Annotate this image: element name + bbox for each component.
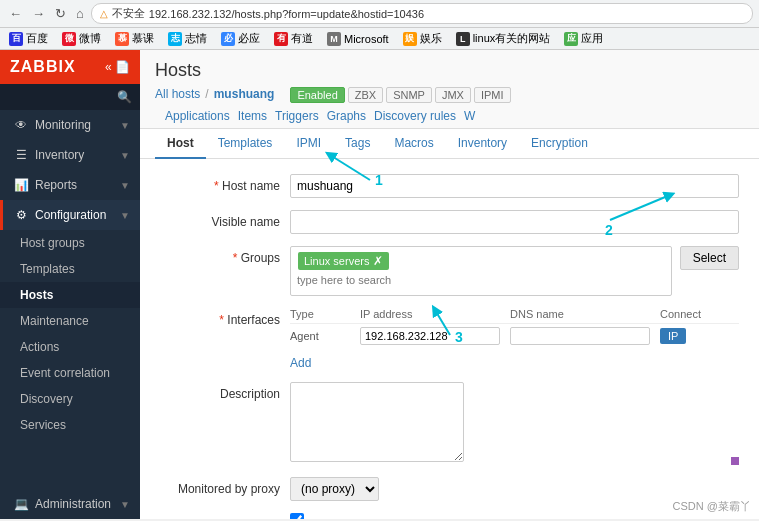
yule-icon: 娱 [403, 32, 417, 46]
proxy-select[interactable]: (no proxy) [290, 477, 379, 501]
sidebar-subitem-host-groups[interactable]: Host groups [0, 230, 140, 256]
status-tab-ipmi[interactable]: IPMI [474, 87, 511, 103]
top-tab-items[interactable]: Items [238, 109, 267, 123]
youdao-icon: 有 [274, 32, 288, 46]
breadcrumb-all-hosts[interactable]: All hosts [155, 87, 200, 101]
sidebar-subitem-actions[interactable]: Actions [0, 334, 140, 360]
top-tab-discovery-rules[interactable]: Discovery rules [374, 109, 456, 123]
add-interface-link[interactable]: Add [290, 356, 311, 370]
sidebar-subitem-services[interactable]: Services [0, 412, 140, 438]
visible-name-label: Visible name [160, 210, 280, 229]
groups-input-wrapper[interactable]: Linux servers ✗ [290, 246, 672, 296]
tab-tags[interactable]: Tags [333, 129, 382, 159]
visible-name-input[interactable] [290, 210, 739, 234]
url-text: 192.168.232.132/hosts.php?form=update&ho… [149, 8, 424, 20]
interface-ip-input[interactable] [360, 327, 500, 345]
select-button[interactable]: Select [680, 246, 739, 270]
sidebar-item-label: Configuration [35, 208, 120, 222]
bookmark-weibo[interactable]: 微 微博 [59, 30, 104, 47]
top-tab-triggers[interactable]: Triggers [275, 109, 319, 123]
tab-host[interactable]: Host [155, 129, 206, 159]
page-title: Hosts [155, 60, 201, 81]
status-tab-zbx[interactable]: ZBX [348, 87, 383, 103]
status-tab-snmp[interactable]: SNMP [386, 87, 432, 103]
description-textarea[interactable] [290, 382, 464, 462]
monitoring-icon: 👁 [13, 118, 29, 132]
bookmark-bar: 百 百度 微 微博 慕 慕课 志 志情 必 必应 有 有道 M Microsof… [0, 28, 759, 50]
back-button[interactable]: ← [6, 5, 25, 22]
microsoft-icon: M [327, 32, 341, 46]
description-row: Description [160, 382, 739, 465]
chevron-icon: ▼ [120, 180, 130, 191]
bookmark-bidu[interactable]: 必 必应 [218, 30, 263, 47]
main-layout: ZABBIX « 📄 🔍 👁 Monitoring ▼ ☰ Inventory … [0, 50, 759, 519]
content-area: Hosts All hosts / mushuang Enabled ZBX S… [140, 50, 759, 519]
home-button[interactable]: ⌂ [73, 5, 87, 22]
refresh-button[interactable]: ↻ [52, 5, 69, 22]
bookmark-qingqing[interactable]: 志 志情 [165, 30, 210, 47]
tab-encryption[interactable]: Encryption [519, 129, 600, 159]
tab-inventory[interactable]: Inventory [446, 129, 519, 159]
inventory-icon: ☰ [13, 148, 29, 162]
forward-button[interactable]: → [29, 5, 48, 22]
subitem-label: Event correlation [20, 366, 110, 380]
ip-button[interactable]: IP [660, 328, 686, 344]
search-icon: 🔍 [117, 90, 132, 104]
tab-ipmi[interactable]: IPMI [284, 129, 333, 159]
sidebar-subitem-hosts[interactable]: Hosts [0, 282, 140, 308]
resize-handle [731, 457, 739, 465]
chevron-icon: ▼ [120, 210, 130, 221]
status-tab-jmx[interactable]: JMX [435, 87, 471, 103]
sidebar-item-reports[interactable]: 📊 Reports ▼ [0, 170, 140, 200]
interfaces-header: Type IP address DNS name Connect [290, 308, 739, 324]
sidebar-item-inventory[interactable]: ☰ Inventory ▼ [0, 140, 140, 170]
sidebar-subitem-maintenance[interactable]: Maintenance [0, 308, 140, 334]
group-tag-close-button[interactable]: ✗ [373, 254, 383, 268]
status-tab-enabled[interactable]: Enabled [290, 87, 344, 103]
bookmark-app[interactable]: 应 应用 [561, 30, 606, 47]
top-tab-more[interactable]: W [464, 109, 475, 123]
sidebar-item-administration[interactable]: 💻 Administration ▼ [0, 489, 140, 519]
baidu-icon: 百 [9, 32, 23, 46]
not-secure-label: 不安全 [112, 6, 145, 21]
sidebar-subitem-discovery[interactable]: Discovery [0, 386, 140, 412]
top-tab-graphs[interactable]: Graphs [327, 109, 366, 123]
address-bar[interactable]: △ 不安全 192.168.232.132/hosts.php?form=upd… [91, 3, 753, 24]
interface-dns-input[interactable] [510, 327, 650, 345]
bookmark-yule[interactable]: 娱 娱乐 [400, 30, 445, 47]
tab-templates[interactable]: Templates [206, 129, 285, 159]
form-body: Host name Visible name Groups Linux serv… [140, 159, 759, 519]
group-tag-linux-servers: Linux servers ✗ [298, 252, 389, 270]
sidebar-subitem-templates[interactable]: Templates [0, 256, 140, 282]
sidebar-toggle-button[interactable]: « 📄 [105, 60, 130, 74]
top-tab-applications[interactable]: Applications [165, 109, 230, 123]
host-name-input[interactable] [290, 174, 739, 198]
col-type-header: Type [290, 308, 360, 320]
linux-label: linux有关的网站 [473, 31, 551, 46]
baidu-label: 百度 [26, 31, 48, 46]
sidebar-item-monitoring[interactable]: 👁 Monitoring ▼ [0, 110, 140, 140]
enabled-checkbox[interactable] [290, 513, 304, 519]
host-name-row: Host name [160, 174, 739, 198]
sidebar-subitem-event-correlation[interactable]: Event correlation [0, 360, 140, 386]
breadcrumb-current[interactable]: mushuang [214, 87, 275, 101]
bookmark-baidu[interactable]: 百 百度 [6, 30, 51, 47]
bookmark-youdao[interactable]: 有 有道 [271, 30, 316, 47]
description-label: Description [160, 382, 280, 401]
csdn-label: 慕课 [132, 31, 154, 46]
sidebar: ZABBIX « 📄 🔍 👁 Monitoring ▼ ☰ Inventory … [0, 50, 140, 519]
bookmark-microsoft[interactable]: M Microsoft [324, 31, 392, 47]
bookmark-csdn[interactable]: 慕 慕课 [112, 30, 157, 47]
administration-icon: 💻 [13, 497, 29, 511]
bookmark-linux[interactable]: L linux有关的网站 [453, 30, 554, 47]
sub-tabs: Host Templates IPMI Tags Macros Inventor… [140, 129, 759, 159]
interface-type: Agent [290, 330, 360, 342]
col-dns-header: DNS name [510, 308, 660, 320]
sidebar-item-configuration[interactable]: ⚙ Configuration ▼ [0, 200, 140, 230]
tab-macros[interactable]: Macros [382, 129, 445, 159]
sidebar-search-input[interactable] [8, 91, 117, 103]
app-label: 应用 [581, 31, 603, 46]
bidu-icon: 必 [221, 32, 235, 46]
group-search-input[interactable] [297, 274, 665, 286]
chevron-icon: ▼ [120, 150, 130, 161]
